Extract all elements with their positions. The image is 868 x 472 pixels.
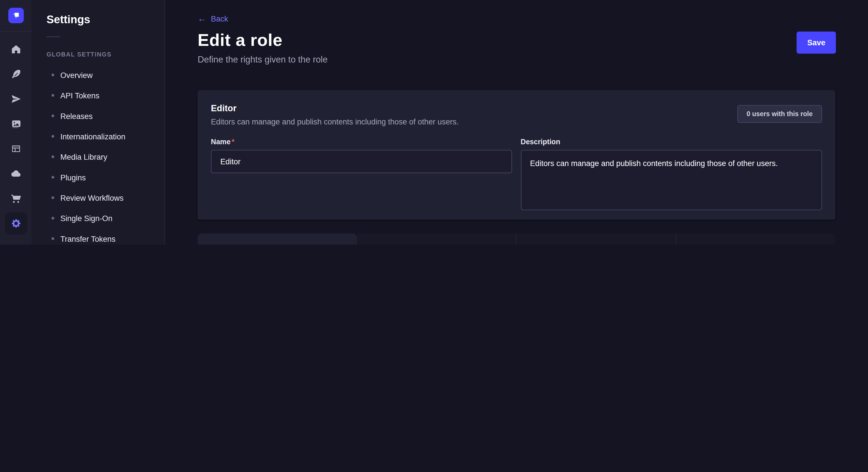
rail-item-cart[interactable]	[5, 188, 27, 210]
sidebar-item-review-workflows[interactable]: Review Workflows	[32, 188, 164, 208]
rail-item-home[interactable]	[5, 38, 27, 60]
permissions-card: Collection TypesSingle TypesPluginsSetti…	[197, 233, 835, 245]
sidebar-item-transfer-tokens[interactable]: Transfer Tokens	[32, 228, 164, 245]
tab-plugins[interactable]: Plugins	[516, 233, 675, 245]
permissions-tabs: Collection TypesSingle TypesPluginsSetti…	[197, 233, 835, 245]
role-card-header: Editor Editors can manage and publish co…	[211, 103, 822, 126]
page-title: Edit a role	[197, 30, 282, 50]
sidebar-item-label: Media Library	[60, 152, 107, 161]
bullet-icon	[51, 196, 54, 199]
strapi-logo-icon	[10, 9, 22, 22]
sidebar-section-global-settings: GLOBAL SETTINGS	[46, 51, 164, 57]
bullet-icon	[51, 237, 54, 240]
role-fields: Name* Description Editors can manage and…	[211, 138, 822, 210]
bullet-icon	[51, 217, 54, 220]
sidebar-item-label: API Tokens	[60, 91, 99, 100]
bullet-icon	[51, 135, 54, 138]
content-area: ← Back Edit a role Define the rights giv…	[165, 0, 868, 245]
bullet-icon	[51, 114, 54, 117]
feather-icon	[10, 69, 22, 80]
sidebar-item-label: Review Workflows	[60, 193, 123, 202]
description-input[interactable]: Editors can manage and publish contents …	[521, 150, 822, 210]
rail-item-cloud[interactable]	[5, 163, 27, 185]
sidebar-item-label: Overview	[60, 71, 93, 79]
bullet-icon	[51, 73, 54, 76]
name-label: Name*	[211, 138, 512, 146]
sidebar-item-label: Internationalization	[60, 132, 125, 141]
back-label: Back	[211, 14, 228, 23]
sidebar-title-divider	[46, 36, 60, 37]
cloud-icon	[10, 168, 22, 179]
description-label: Description	[521, 138, 822, 146]
settings-sidebar: Settings GLOBAL SETTINGSOverviewAPI Toke…	[32, 0, 165, 245]
images-icon	[10, 119, 22, 130]
sidebar-item-label: Releases	[60, 111, 93, 121]
layout-icon	[10, 143, 22, 154]
bullet-icon	[51, 94, 54, 97]
sidebar-item-overview[interactable]: Overview	[32, 65, 164, 85]
sidebar-item-single-sign-on[interactable]: Single Sign-On	[32, 208, 164, 228]
users-count-badge[interactable]: 0 users with this role	[737, 105, 822, 123]
main-nav-rail: KD	[0, 0, 32, 245]
name-field-group: Name*	[211, 138, 512, 210]
home-icon	[10, 43, 22, 55]
back-link[interactable]: ← Back	[197, 14, 228, 23]
tab-single-types[interactable]: Single Types	[357, 233, 516, 245]
role-details-card: Editor Editors can manage and publish co…	[197, 90, 835, 220]
rail-icons	[0, 38, 32, 235]
description-field-group: Description Editors can manage and publi…	[521, 138, 822, 210]
sidebar-item-media-library[interactable]: Media Library	[32, 146, 164, 167]
tab-settings[interactable]: Settings	[676, 233, 835, 245]
cart-icon	[10, 193, 22, 204]
bullet-icon	[51, 176, 54, 179]
sidebar-title: Settings	[46, 13, 90, 26]
sidebar-item-releases[interactable]: Releases	[32, 105, 164, 126]
rail-logo-area	[0, 0, 32, 32]
gear-icon	[10, 218, 22, 229]
back-arrow-icon: ←	[197, 14, 206, 23]
sidebar-item-plugins[interactable]: Plugins	[32, 167, 164, 187]
role-name-heading: Editor	[211, 103, 822, 113]
rail-item-paper-plane[interactable]	[5, 88, 27, 110]
required-asterisk: *	[231, 138, 235, 146]
rail-item-images[interactable]	[5, 113, 27, 135]
paper-plane-icon	[10, 94, 22, 105]
sidebar-item-label: Transfer Tokens	[60, 234, 115, 243]
bullet-icon	[51, 156, 54, 158]
role-description-text: Editors can manage and publish contents …	[211, 117, 822, 126]
name-input[interactable]	[211, 150, 512, 173]
sidebar-item-internationalization[interactable]: Internationalization	[32, 126, 164, 146]
tab-collection-types[interactable]: Collection Types	[197, 233, 356, 245]
page-subtitle: Define the rights given to the role	[197, 55, 328, 65]
rail-item-layout[interactable]	[5, 138, 27, 160]
rail-item-gear[interactable]	[5, 212, 27, 235]
app-window: KD Settings GLOBAL SETTINGSOverviewAPI T…	[0, 0, 868, 245]
sidebar-item-label: Single Sign-On	[60, 214, 113, 223]
strapi-logo[interactable]	[8, 8, 24, 23]
save-button[interactable]: Save	[797, 32, 836, 54]
sidebar-item-label: Plugins	[60, 173, 86, 182]
rail-item-feather[interactable]	[5, 63, 27, 85]
sidebar-item-api-tokens[interactable]: API Tokens	[32, 85, 164, 105]
sidebar-sections: GLOBAL SETTINGSOverviewAPI TokensRelease…	[32, 51, 164, 245]
